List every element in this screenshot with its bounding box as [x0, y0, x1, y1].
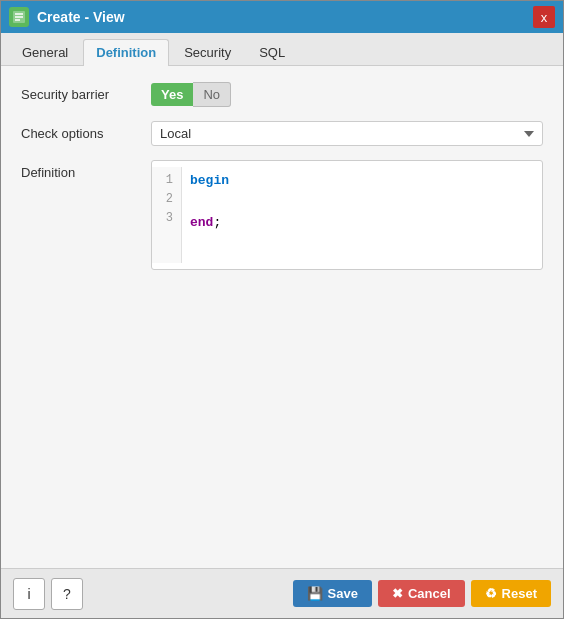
keyword-end: end [190, 215, 213, 230]
tab-general[interactable]: General [9, 39, 81, 65]
cancel-button[interactable]: ✖ Cancel [378, 580, 465, 607]
help-button[interactable]: ? [51, 578, 83, 610]
tab-content: Security barrier Yes No Check options Lo… [1, 66, 563, 568]
info-button[interactable]: i [13, 578, 45, 610]
code-line-1: begin [190, 171, 534, 192]
keyword-begin: begin [190, 173, 229, 188]
reset-icon: ♻ [485, 586, 497, 601]
save-icon: 💾 [307, 586, 323, 601]
check-options-label: Check options [21, 121, 151, 141]
check-options-field: Local Cascaded None [151, 121, 543, 146]
title-bar: Create - View x [1, 1, 563, 33]
code-line-2 [190, 192, 534, 213]
line-numbers: 1 2 3 [152, 167, 182, 263]
definition-row: Definition 1 2 3 begin end; [21, 160, 543, 270]
reset-button[interactable]: ♻ Reset [471, 580, 551, 607]
save-label: Save [328, 586, 358, 601]
security-barrier-field: Yes No [151, 82, 543, 107]
line-num-1: 1 [160, 171, 173, 190]
tab-bar: General Definition Security SQL [1, 33, 563, 66]
definition-field: 1 2 3 begin end; [151, 160, 543, 270]
tab-security[interactable]: Security [171, 39, 244, 65]
code-content[interactable]: begin end; [182, 167, 542, 263]
window-title: Create - View [37, 9, 533, 25]
toggle-yes-button[interactable]: Yes [151, 83, 193, 106]
definition-label: Definition [21, 160, 151, 180]
reset-label: Reset [502, 586, 537, 601]
footer-left: i ? [13, 578, 83, 610]
line-num-2: 2 [160, 190, 173, 209]
cancel-icon: ✖ [392, 586, 403, 601]
security-barrier-row: Security barrier Yes No [21, 82, 543, 107]
line-num-3: 3 [160, 209, 173, 228]
check-options-row: Check options Local Cascaded None [21, 121, 543, 146]
main-window: Create - View x General Definition Secur… [0, 0, 564, 619]
check-options-select[interactable]: Local Cascaded None [151, 121, 543, 146]
cancel-label: Cancel [408, 586, 451, 601]
save-button[interactable]: 💾 Save [293, 580, 372, 607]
tab-sql[interactable]: SQL [246, 39, 298, 65]
footer-right: 💾 Save ✖ Cancel ♻ Reset [293, 580, 551, 607]
security-barrier-label: Security barrier [21, 82, 151, 102]
tab-definition[interactable]: Definition [83, 39, 169, 66]
code-line-3: end; [190, 213, 534, 234]
app-icon [9, 7, 29, 27]
close-button[interactable]: x [533, 6, 555, 28]
footer: i ? 💾 Save ✖ Cancel ♻ Reset [1, 568, 563, 618]
toggle-no-button[interactable]: No [193, 82, 231, 107]
code-editor[interactable]: 1 2 3 begin end; [151, 160, 543, 270]
toggle-group: Yes No [151, 82, 543, 107]
